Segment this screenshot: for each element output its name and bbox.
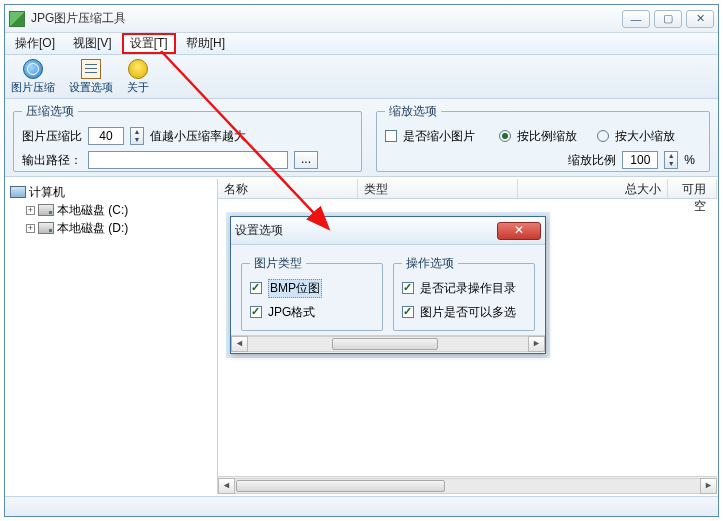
menu-op[interactable]: 操作[O] xyxy=(7,33,63,54)
percent-label: % xyxy=(684,153,695,167)
scroll-thumb[interactable] xyxy=(236,480,445,492)
tool-compress-label: 图片压缩 xyxy=(11,80,55,95)
jpg-label: JPG格式 xyxy=(268,304,315,321)
scroll-track[interactable] xyxy=(235,478,700,494)
scale-ratio-spinner[interactable]: ▲▼ xyxy=(664,151,678,169)
scale-ratio-input[interactable]: 100 xyxy=(622,151,658,169)
remember-check[interactable] xyxy=(402,282,414,294)
scale-by-ratio-radio[interactable] xyxy=(499,130,511,142)
toolbar: 图片压缩 设置选项 关于 xyxy=(5,55,718,99)
col-size[interactable]: 总大小 xyxy=(518,179,668,198)
scale-by-ratio-label: 按比例缩放 xyxy=(517,128,577,145)
jpg-check[interactable] xyxy=(250,306,262,318)
op-option-legend: 操作选项 xyxy=(402,255,458,272)
list-hscroll[interactable]: ◄ ► xyxy=(218,476,717,494)
image-type-group: 图片类型 BMP位图 JPG格式 xyxy=(241,255,383,331)
dialog-body: 图片类型 BMP位图 JPG格式 操作选项 是否记录操作目录 图片是否可以多选 xyxy=(231,245,545,335)
outpath-label: 输出路径： xyxy=(22,152,82,169)
bmp-label: BMP位图 xyxy=(268,279,322,298)
status-bar xyxy=(5,496,718,516)
option-panels: 压缩选项 图片压缩比 40 ▲▼ 值越小压缩率越大 输出路径： ... 缩放选项… xyxy=(5,99,718,177)
dialog-title: 设置选项 xyxy=(235,222,497,239)
bmp-check[interactable] xyxy=(250,282,262,294)
compress-legend: 压缩选项 xyxy=(22,103,78,120)
drive-icon xyxy=(38,222,54,234)
scroll-left-button[interactable]: ◄ xyxy=(218,478,235,494)
outpath-input[interactable] xyxy=(88,151,288,169)
window-buttons: — ▢ ✕ xyxy=(622,10,714,28)
tool-about[interactable]: 关于 xyxy=(127,59,149,95)
shrink-check[interactable] xyxy=(385,130,397,142)
ratio-input[interactable]: 40 xyxy=(88,127,124,145)
browse-button[interactable]: ... xyxy=(294,151,318,169)
menu-view[interactable]: 视图[V] xyxy=(65,33,120,54)
tree-drive-c-label: 本地磁盘 (C:) xyxy=(57,202,128,219)
drive-icon xyxy=(38,204,54,216)
scroll-track[interactable] xyxy=(248,336,528,352)
scale-options-group: 缩放选项 是否缩小图片 按比例缩放 按大小缩放 缩放比例 100 ▲▼ % xyxy=(376,103,710,172)
tool-options[interactable]: 设置选项 xyxy=(69,59,113,95)
menu-settings[interactable]: 设置[T] xyxy=(122,33,176,54)
dialog-close-button[interactable]: ✕ xyxy=(497,222,541,240)
tree-drive-d[interactable]: + 本地磁盘 (D:) xyxy=(8,219,215,237)
shrink-label: 是否缩小图片 xyxy=(403,128,475,145)
menu-help[interactable]: 帮助[H] xyxy=(178,33,233,54)
op-option-group: 操作选项 是否记录操作目录 图片是否可以多选 xyxy=(393,255,535,331)
multi-check[interactable] xyxy=(402,306,414,318)
scroll-right-button[interactable]: ► xyxy=(700,478,717,494)
drive-tree[interactable]: 计算机 + 本地磁盘 (C:) + 本地磁盘 (D:) xyxy=(6,179,218,494)
minimize-button[interactable]: — xyxy=(622,10,650,28)
list-header[interactable]: 名称 类型 总大小 可用空 xyxy=(218,179,717,199)
tree-drive-c[interactable]: + 本地磁盘 (C:) xyxy=(8,201,215,219)
expander-icon[interactable]: + xyxy=(26,206,35,215)
tool-options-label: 设置选项 xyxy=(69,80,113,95)
tool-compress[interactable]: 图片压缩 xyxy=(11,59,55,95)
scroll-thumb[interactable] xyxy=(332,338,438,350)
scale-legend: 缩放选项 xyxy=(385,103,441,120)
menu-bar: 操作[O] 视图[V] 设置[T] 帮助[H] xyxy=(5,33,718,55)
computer-icon xyxy=(10,186,26,198)
scroll-left-button[interactable]: ◄ xyxy=(231,336,248,352)
settings-icon xyxy=(81,59,101,79)
compress-options-group: 压缩选项 图片压缩比 40 ▲▼ 值越小压缩率越大 输出路径： ... xyxy=(13,103,362,172)
expander-icon[interactable]: + xyxy=(26,224,35,233)
scale-by-size-label: 按大小缩放 xyxy=(615,128,675,145)
close-button[interactable]: ✕ xyxy=(686,10,714,28)
col-type[interactable]: 类型 xyxy=(358,179,518,198)
settings-dialog: 设置选项 ✕ 图片类型 BMP位图 JPG格式 操作选项 是否记录操作目录 图片… xyxy=(230,216,546,354)
multi-label: 图片是否可以多选 xyxy=(420,304,516,321)
tree-computer[interactable]: 计算机 xyxy=(8,183,215,201)
ratio-spinner[interactable]: ▲▼ xyxy=(130,127,144,145)
remember-label: 是否记录操作目录 xyxy=(420,280,516,297)
compress-icon xyxy=(23,59,43,79)
ratio-hint: 值越小压缩率越大 xyxy=(150,128,246,145)
scale-by-size-radio[interactable] xyxy=(597,130,609,142)
col-name[interactable]: 名称 xyxy=(218,179,358,198)
scroll-right-button[interactable]: ► xyxy=(528,336,545,352)
main-window: JPG图片压缩工具 — ▢ ✕ 操作[O] 视图[V] 设置[T] 帮助[H] … xyxy=(4,4,719,517)
tree-computer-label: 计算机 xyxy=(29,184,65,201)
tool-about-label: 关于 xyxy=(127,80,149,95)
about-icon xyxy=(128,59,148,79)
ratio-label: 图片压缩比 xyxy=(22,128,82,145)
tree-drive-d-label: 本地磁盘 (D:) xyxy=(57,220,128,237)
maximize-button[interactable]: ▢ xyxy=(654,10,682,28)
app-icon xyxy=(9,11,25,27)
window-title: JPG图片压缩工具 xyxy=(31,10,622,27)
dialog-hscroll[interactable]: ◄ ► xyxy=(231,335,545,353)
col-free[interactable]: 可用空 xyxy=(668,179,717,198)
dialog-titlebar[interactable]: 设置选项 ✕ xyxy=(231,217,545,245)
title-bar[interactable]: JPG图片压缩工具 — ▢ ✕ xyxy=(5,5,718,33)
image-type-legend: 图片类型 xyxy=(250,255,306,272)
scale-ratio-label: 缩放比例 xyxy=(568,152,616,169)
